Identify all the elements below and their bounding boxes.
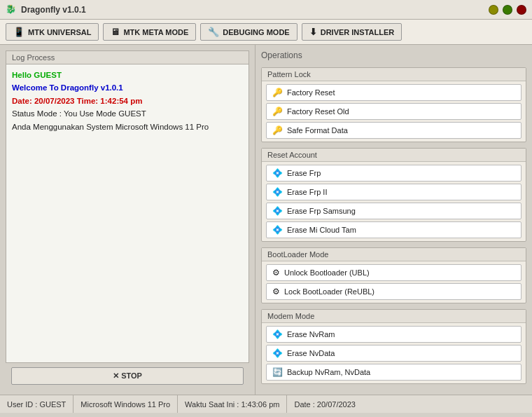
diamond-icon-6: 💠 <box>272 348 283 358</box>
log-line-5: Anda Menggunakan System Microsoft Window… <box>12 121 243 133</box>
maximize-button[interactable] <box>503 5 512 15</box>
key-icon: 🔑 <box>272 88 283 97</box>
right-panel: Operations Pattern Lock 🔑 Factory Reset … <box>255 45 532 395</box>
log-title: Log Process <box>6 51 248 64</box>
bootloader-body: ⚙ Unlock Bootloader (UBL) ⚙ Lock BootLoa… <box>262 261 526 303</box>
left-panel: Log Process Hello GUEST Welcome To Drago… <box>0 45 255 395</box>
mtk-universal-button[interactable]: 📱 MTK UNIVERSAL <box>6 23 99 41</box>
pattern-lock-section: Pattern Lock 🔑 Factory Reset 🔑 Factory R… <box>261 67 526 142</box>
log-line-3: Date: 20/07/2023 Time: 1:42:54 pm <box>12 95 243 107</box>
download-icon: ⬇ <box>309 27 317 37</box>
pattern-lock-label: Pattern Lock <box>262 68 526 81</box>
gear-icon-2: ⚙ <box>272 287 280 296</box>
status-time: Waktu Saat Ini : 1:43:06 pm <box>178 395 287 413</box>
app-icon: 🐉 <box>6 4 17 15</box>
diamond-icon: 💠 <box>272 168 283 178</box>
erase-frp-button[interactable]: 💠 Erase Frp <box>266 165 522 182</box>
status-bar: User ID : GUEST Microsoft Windows 11 Pro… <box>0 395 532 413</box>
gear-icon: ⚙ <box>272 268 280 278</box>
diamond-icon-3: 💠 <box>272 206 283 216</box>
stop-button[interactable]: ✕ STOP <box>11 367 244 385</box>
erase-frp-samsung-button[interactable]: 💠 Erase Frp Samsung <box>266 203 522 219</box>
window-controls <box>489 5 526 15</box>
pattern-lock-body: 🔑 Factory Reset 🔑 Factory Reset Old 🔑 Sa… <box>262 81 526 142</box>
lock-bootloader-button[interactable]: ⚙ Lock BootLoader (ReUBL) <box>266 283 522 300</box>
modem-body: 💠 Erase NvRam 💠 Erase NvData 🔄 Backup Nv… <box>262 323 526 383</box>
erase-frp-ii-button[interactable]: 💠 Erase Frp II <box>266 184 522 200</box>
debugging-mode-button[interactable]: 🔧 DEBUGING MODE <box>200 23 297 41</box>
bootloader-label: BootLoader Mode <box>262 248 526 261</box>
debug-icon: 🔧 <box>208 27 219 37</box>
log-line-1: Hello GUEST <box>12 69 243 81</box>
app-title: Dragonfly v1.0.1 <box>21 5 86 15</box>
factory-reset-button[interactable]: 🔑 Factory Reset <box>266 84 522 101</box>
unlock-bootloader-button[interactable]: ⚙ Unlock Bootloader (UBL) <box>266 264 522 281</box>
main-content: Log Process Hello GUEST Welcome To Drago… <box>0 45 532 395</box>
key-icon-2: 🔑 <box>272 107 283 116</box>
diamond-icon-5: 💠 <box>272 329 283 339</box>
modem-section: Modem Mode 💠 Erase NvRam 💠 Erase NvData … <box>261 309 526 384</box>
refresh-icon: 🔄 <box>272 367 283 377</box>
log-group: Log Process Hello GUEST Welcome To Drago… <box>6 50 249 363</box>
diamond-icon-2: 💠 <box>272 187 283 197</box>
reset-account-body: 💠 Erase Frp 💠 Erase Frp II 💠 Erase Frp S… <box>262 162 526 241</box>
mtk-meta-mode-button[interactable]: 🖥 MTK META MODE <box>103 23 196 41</box>
driver-installer-button[interactable]: ⬇ DRIVER INSTALLER <box>302 23 402 41</box>
close-button[interactable] <box>517 5 526 15</box>
reset-account-section: Reset Account 💠 Erase Frp 💠 Erase Frp II… <box>261 148 526 242</box>
status-date: Date : 20/07/2023 <box>287 395 362 413</box>
status-user: User ID : GUEST <box>0 395 74 413</box>
log-content: Hello GUEST Welcome To Dragonfly v1.0.1 … <box>6 64 248 362</box>
bootloader-section: BootLoader Mode ⚙ Unlock Bootloader (UBL… <box>261 247 526 303</box>
erase-nvram-button[interactable]: 💠 Erase NvRam <box>266 326 522 343</box>
toolbar: 📱 MTK UNIVERSAL 🖥 MTK META MODE 🔧 DEBUGI… <box>0 20 532 45</box>
diamond-icon-4: 💠 <box>272 225 283 235</box>
backup-nvram-button[interactable]: 🔄 Backup NvRam, NvData <box>266 364 522 381</box>
title-bar: 🐉 Dragonfly v1.0.1 <box>0 0 532 20</box>
erase-nvdata-button[interactable]: 💠 Erase NvData <box>266 345 522 362</box>
modem-label: Modem Mode <box>262 310 526 323</box>
factory-reset-old-button[interactable]: 🔑 Factory Reset Old <box>266 103 522 120</box>
minimize-button[interactable] <box>489 5 498 15</box>
phone-icon: 📱 <box>13 27 24 37</box>
operations-title: Operations <box>261 50 526 62</box>
log-line-2: Welcome To Dragonfly v1.0.1 <box>12 81 243 94</box>
log-line-4: Status Mode : You Use Mode GUEST <box>12 107 243 120</box>
erase-mi-cloud-button[interactable]: 💠 Erase Mi Cloud Tam <box>266 221 522 238</box>
key-icon-3: 🔑 <box>272 125 283 135</box>
reset-account-label: Reset Account <box>262 149 526 162</box>
status-os: Microsoft Windows 11 Pro <box>74 395 178 413</box>
monitor-icon: 🖥 <box>111 27 120 37</box>
safe-format-data-button[interactable]: 🔑 Safe Format Data <box>266 122 522 139</box>
stop-bar: ✕ STOP <box>6 363 249 389</box>
